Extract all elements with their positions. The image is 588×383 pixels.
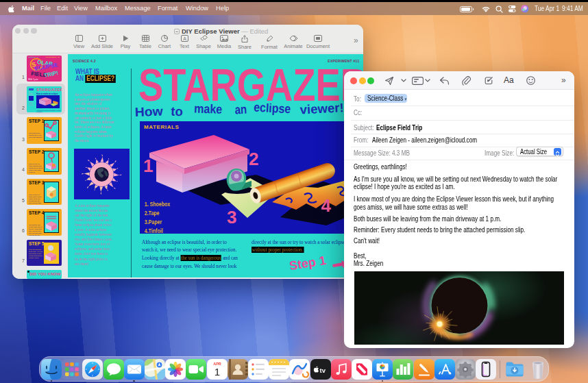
svg-text:4: 4: [321, 195, 331, 216]
svg-text:3: 3: [227, 207, 236, 227]
svg-text:TRIP!: TRIP!: [44, 69, 59, 78]
svg-text:an: an: [234, 103, 247, 116]
svg-text:make: make: [194, 103, 223, 116]
svg-text:With 1 p.m.: With 1 p.m.: [28, 78, 38, 81]
svg-text:viewer!: viewer!: [299, 103, 344, 116]
svg-text:APR: APR: [213, 361, 221, 365]
svg-text:to: to: [171, 103, 184, 119]
svg-text:tv: tv: [319, 366, 326, 373]
svg-text:eclipse: eclipse: [254, 103, 291, 116]
svg-text:2: 2: [249, 149, 258, 169]
svg-text:A: A: [183, 36, 186, 41]
svg-text:1: 1: [143, 156, 153, 176]
svg-text:1: 1: [214, 366, 219, 378]
svg-text:STARGAZER: STARGAZER: [138, 64, 363, 105]
svg-text:How: How: [134, 103, 163, 119]
